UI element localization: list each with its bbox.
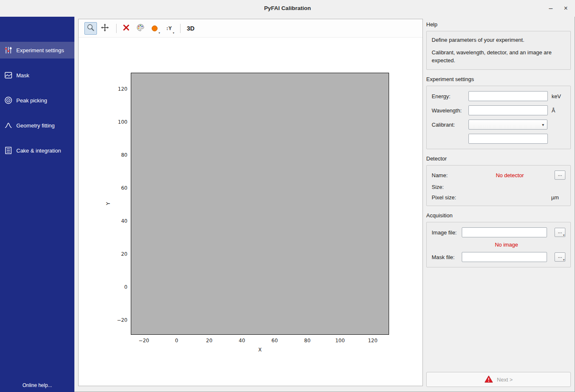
wavelength-row: Wavelength: Å (432, 105, 565, 115)
mask-file-label: Mask file: (432, 254, 462, 260)
plot-figure: −20020406080100120 −20020406080100120 X … (79, 38, 422, 386)
calibrant-file-row (432, 134, 565, 144)
experiment-settings-box: Energy: keV Wavelength: Å Calibrant: ▾ (426, 86, 571, 149)
calibrant-row: Calibrant: ▾ (432, 120, 565, 130)
pixel-size-label: Pixel size: (432, 194, 468, 201)
window-title: PyFAI Calibration (0, 0, 575, 17)
calibrant-select[interactable]: ▾ (468, 120, 547, 130)
help-section-title: Help (426, 21, 571, 28)
sidebar-item-experiment-settings[interactable]: Experiment settings (0, 42, 74, 59)
toolbar-separator (116, 24, 117, 33)
detector-name-row: Name: No detector ... (432, 171, 565, 180)
sidebar-item-label: Geometry fitting (16, 122, 55, 129)
wavelength-input[interactable] (468, 105, 548, 115)
detector-section-title: Detector (426, 155, 571, 162)
colormap-button[interactable] (134, 22, 147, 35)
next-button[interactable]: Next > (426, 372, 571, 387)
energy-unit: keV (552, 93, 566, 99)
x-tick-row: −20020406080100120 (131, 338, 389, 344)
mask-file-row: Mask file: ...▾ (432, 252, 565, 262)
detector-size-row: Size: (432, 184, 565, 190)
mask-file-input[interactable] (462, 252, 547, 262)
y-axis-icon: ↕Y (166, 25, 172, 31)
energy-label: Energy: (432, 93, 468, 99)
help-text-line: Calibrant, wavelength, detector, and an … (432, 49, 565, 64)
chevron-down-icon: ▾ (563, 234, 565, 237)
sidebar-item-label: Cake & integration (16, 148, 61, 154)
x-tick-label: 80 (304, 338, 310, 344)
clear-markers-button[interactable] (120, 22, 132, 35)
help-text-line: Define parameters of your experiment. (432, 36, 565, 44)
move-arrows-icon (101, 23, 109, 33)
online-help-link[interactable]: Online help... (0, 382, 74, 388)
detector-status: No detector (468, 172, 551, 178)
y-tick-label: 80 (121, 152, 127, 158)
plot-toolbar: ▾ ↕Y ▾ 3D (79, 19, 422, 38)
minimize-button[interactable]: – (545, 0, 557, 17)
calibrant-file-input[interactable] (468, 134, 548, 144)
acquisition-section-title: Acquisition (426, 212, 571, 219)
integration-lines-icon (4, 146, 13, 155)
image-status: No image (462, 242, 551, 248)
image-file-browse-button[interactable]: ...▾ (555, 228, 565, 237)
sidebar-item-peak-picking[interactable]: Peak picking (0, 92, 74, 109)
pixel-size-unit: µm (551, 194, 565, 201)
orange-dot-icon (152, 25, 158, 31)
sidebar-item-label: Mask (16, 72, 29, 79)
detector-browse-button[interactable]: ... (555, 171, 565, 180)
energy-row: Energy: keV (432, 91, 565, 101)
y-axis-label: Y (105, 202, 111, 205)
y-tick-label: 100 (118, 119, 127, 125)
mask-image-icon (4, 71, 13, 79)
y-tick-label: 60 (121, 185, 127, 191)
acquisition-box: Image file: ...▾ No image Mask file: ...… (426, 222, 571, 267)
image-file-input[interactable] (462, 227, 547, 237)
chevron-down-icon: ▾ (542, 122, 544, 127)
target-rings-icon (4, 96, 13, 104)
toolbar-separator (180, 24, 181, 33)
y-tick-label: −20 (117, 317, 127, 323)
sidebar-item-geometry-fitting[interactable]: Geometry fitting (0, 117, 74, 134)
pyfai-calibration-window: PyFAI Calibration – × Experiment setting… (0, 0, 575, 392)
pan-tool-button[interactable] (99, 22, 111, 35)
zoom-tool-button[interactable] (84, 22, 97, 35)
sliders-icon (4, 46, 13, 54)
plot-image-area[interactable] (131, 73, 389, 335)
calibrant-label: Calibrant: (432, 122, 468, 128)
y-tick-label: 40 (121, 218, 127, 224)
x-tick-label: −20 (139, 338, 149, 344)
x-tick-label: 0 (175, 338, 178, 344)
3d-view-button[interactable]: 3D (184, 22, 198, 35)
sidebar-item-label: Peak picking (16, 97, 47, 104)
sidebar-item-mask[interactable]: Mask (0, 67, 74, 84)
x-tick-label: 20 (206, 338, 212, 344)
wavelength-unit: Å (552, 107, 566, 114)
x-axis-label: X (131, 347, 389, 353)
axes-orientation-button[interactable]: ↕Y ▾ (163, 22, 175, 35)
energy-input[interactable] (468, 91, 548, 101)
chevron-down-icon: ▾ (563, 258, 565, 261)
mask-file-browse-button[interactable]: ...▾ (555, 252, 565, 262)
sidebar: Experiment settings Mask Peak picking (0, 17, 74, 392)
detector-box: Name: No detector ... Size: Pixel size: … (426, 165, 571, 206)
next-button-label: Next > (497, 377, 513, 383)
marker-style-button[interactable]: ▾ (148, 22, 161, 35)
chevron-down-icon: ▾ (158, 31, 160, 34)
sidebar-item-cake-integration[interactable]: Cake & integration (0, 142, 74, 159)
palette-icon (136, 23, 145, 33)
settings-panel: Help Define parameters of your experimen… (426, 19, 571, 387)
y-tick-label: 0 (124, 284, 127, 290)
experiment-settings-title: Experiment settings (426, 76, 571, 82)
wavelength-label: Wavelength: (432, 107, 468, 114)
detector-size-label: Size: (432, 184, 468, 190)
sidebar-item-label: Experiment settings (16, 47, 64, 53)
help-box: Define parameters of your experiment. Ca… (426, 31, 571, 70)
close-button[interactable]: × (560, 0, 572, 17)
chevron-down-icon: ▾ (173, 31, 174, 34)
x-tick-label: 120 (368, 338, 377, 344)
magnifier-icon (87, 23, 95, 33)
image-file-row: Image file: ...▾ (432, 227, 565, 237)
red-cross-icon (122, 24, 130, 33)
pixel-size-row: Pixel size: µm (432, 194, 565, 201)
x-tick-label: 40 (239, 338, 245, 344)
